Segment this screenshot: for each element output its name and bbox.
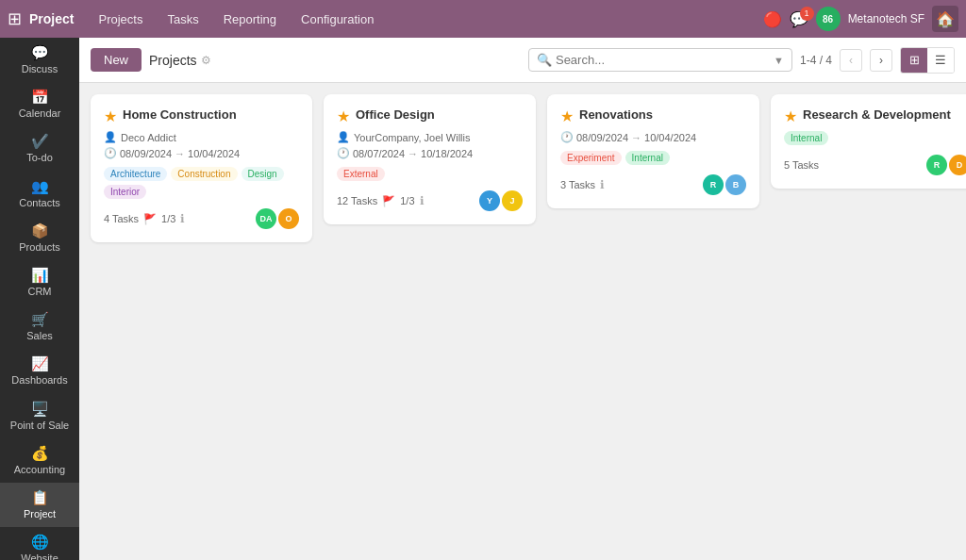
products-icon: 📦 xyxy=(31,222,49,239)
new-button[interactable]: New xyxy=(91,48,142,72)
card-tags: Architecture Construction Design Interio… xyxy=(104,167,299,199)
tag-interior[interactable]: Interior xyxy=(104,185,146,199)
milestone-count: 1/3 xyxy=(400,195,414,206)
sidebar-item-todo[interactable]: ✔️ To-do xyxy=(0,126,79,171)
tag-experiment[interactable]: Experiment xyxy=(560,151,622,165)
website-icon: 🌐 xyxy=(31,534,49,551)
discuss-icon: 💬 xyxy=(31,44,49,61)
tag-architecture[interactable]: Architecture xyxy=(104,167,167,181)
card-title: Renovations xyxy=(579,107,653,124)
message-icon[interactable]: 💬 1 xyxy=(790,10,808,28)
clock-icon: 🕐 xyxy=(337,147,350,159)
pagination-next[interactable]: › xyxy=(870,49,892,72)
dashboards-icon: 📈 xyxy=(31,355,49,372)
avatar-1: R xyxy=(926,155,947,175)
star-icon[interactable]: ★ xyxy=(337,107,350,125)
sidebar-item-website[interactable]: 🌐 Website xyxy=(0,527,79,560)
sales-icon: 🛒 xyxy=(31,311,49,328)
info-icon[interactable]: ℹ xyxy=(180,212,185,225)
card-person: 👤 YourCompany, Joel Willis xyxy=(337,131,523,143)
star-icon[interactable]: ★ xyxy=(784,107,797,125)
pagination-info: 1-4 / 4 xyxy=(800,54,832,67)
card-person: 👤 Deco Addict xyxy=(104,131,299,143)
gear-icon[interactable]: ⚙ xyxy=(201,54,211,67)
project-card-office-design[interactable]: ★ Office Design 👤 YourCompany, Joel Will… xyxy=(324,94,536,224)
card-tags: External xyxy=(337,167,523,181)
notification-icon[interactable]: 🔴 xyxy=(763,10,782,28)
info-icon[interactable]: ℹ xyxy=(420,194,425,207)
view-toggle: ⊞ ☰ xyxy=(900,47,955,74)
tasks-count: 4 Tasks xyxy=(104,213,139,224)
star-icon[interactable]: ★ xyxy=(104,107,117,125)
card-title: Home Construction xyxy=(123,107,237,124)
person-icon: 👤 xyxy=(104,131,117,143)
nav-configuration[interactable]: Configuration xyxy=(291,8,383,30)
avatar-2: J xyxy=(502,190,523,211)
calendar-icon: 📅 xyxy=(31,89,49,106)
clock-icon[interactable]: 86 xyxy=(816,7,841,31)
list-view-button[interactable]: ☰ xyxy=(927,48,954,73)
search-dropdown-icon[interactable]: ▼ xyxy=(774,55,784,66)
project-card-research-development[interactable]: ★ Research & Development Internal 5 Task… xyxy=(771,94,966,189)
sidebar-item-project[interactable]: 📋 Project xyxy=(0,483,79,527)
card-title: Research & Development xyxy=(803,107,951,124)
nav-tasks[interactable]: Tasks xyxy=(158,8,208,30)
nav-reporting[interactable]: Reporting xyxy=(214,8,286,30)
tag-internal[interactable]: Internal xyxy=(625,151,670,165)
sidebar-item-crm[interactable]: 📊 CRM xyxy=(0,260,79,305)
crm-icon: 📊 xyxy=(31,267,49,284)
sidebar-item-discuss[interactable]: 💬 Discuss xyxy=(0,38,79,82)
sidebar-item-pos[interactable]: 🖥️ Point of Sale xyxy=(0,394,79,438)
tag-construction[interactable]: Construction xyxy=(171,167,237,181)
app-name: Project xyxy=(29,11,74,26)
sidebar-item-dashboards[interactable]: 📈 Dashboards xyxy=(0,349,79,393)
project-icon: 📋 xyxy=(31,489,49,506)
project-card-home-construction[interactable]: ★ Home Construction 👤 Deco Addict 🕐 08/0… xyxy=(91,94,312,242)
avatar-2: O xyxy=(278,208,299,229)
sidebar-item-accounting[interactable]: 💰 Accounting xyxy=(0,438,79,483)
company-name: Metanotech SF xyxy=(848,12,924,25)
pagination-prev[interactable]: ‹ xyxy=(840,49,862,72)
subheader: New Projects ⚙ 🔍 ▼ 1-4 / 4 ‹ › ⊞ ☰ xyxy=(79,38,966,83)
sidebar-item-products[interactable]: 📦 Products xyxy=(0,216,79,260)
card-tags: Internal xyxy=(784,131,966,145)
project-card-renovations[interactable]: ★ Renovations 🕐 08/09/2024 → 10/04/2024 … xyxy=(547,94,759,208)
avatar-1: DA xyxy=(256,208,276,229)
todo-icon: ✔️ xyxy=(31,133,49,150)
card-dates: 🕐 08/09/2024 → 10/04/2024 xyxy=(104,147,299,159)
grid-menu-icon[interactable]: ⊞ xyxy=(8,8,22,29)
card-tags: Experiment Internal xyxy=(560,151,746,165)
tasks-count: 3 Tasks xyxy=(560,179,595,190)
sidebar-item-sales[interactable]: 🛒 Sales xyxy=(0,305,79,349)
kanban-view-button[interactable]: ⊞ xyxy=(901,48,927,73)
milestone-icon: 🚩 xyxy=(382,195,395,207)
clock-icon: 🕐 xyxy=(104,147,117,159)
search-input[interactable] xyxy=(556,53,774,67)
tag-internal[interactable]: Internal xyxy=(784,131,828,145)
avatar-2: B xyxy=(725,174,746,195)
search-bar[interactable]: 🔍 ▼ xyxy=(528,48,792,72)
home-button[interactable]: 🏠 xyxy=(932,6,958,32)
card-footer: 4 Tasks 🚩 1/3 ℹ DA O xyxy=(104,208,299,229)
sidebar-item-calendar[interactable]: 📅 Calendar xyxy=(0,82,79,126)
page-title: Projects ⚙ xyxy=(149,53,211,68)
tag-external[interactable]: External xyxy=(337,167,385,181)
clock-icon: 🕐 xyxy=(560,131,574,143)
projects-area: ★ Home Construction 👤 Deco Addict 🕐 08/0… xyxy=(79,83,966,560)
nav-projects[interactable]: Projects xyxy=(89,8,152,30)
tasks-count: 12 Tasks xyxy=(337,195,377,206)
milestone-icon: 🚩 xyxy=(143,213,157,225)
card-title: Office Design xyxy=(356,107,435,124)
sidebar-item-contacts[interactable]: 👥 Contacts xyxy=(0,172,79,216)
info-icon[interactable]: ℹ xyxy=(600,178,605,191)
card-footer: 12 Tasks 🚩 1/3 ℹ Y J xyxy=(337,190,523,211)
tag-design[interactable]: Design xyxy=(242,167,284,181)
search-icon: 🔍 xyxy=(537,53,552,67)
star-icon[interactable]: ★ xyxy=(560,107,574,125)
avatar-1: R xyxy=(703,174,724,195)
avatar-2: D xyxy=(949,155,966,175)
contacts-icon: 👥 xyxy=(31,178,49,195)
person-icon: 👤 xyxy=(337,131,350,143)
tasks-count: 5 Tasks xyxy=(784,159,819,171)
pos-icon: 🖥️ xyxy=(31,401,49,418)
